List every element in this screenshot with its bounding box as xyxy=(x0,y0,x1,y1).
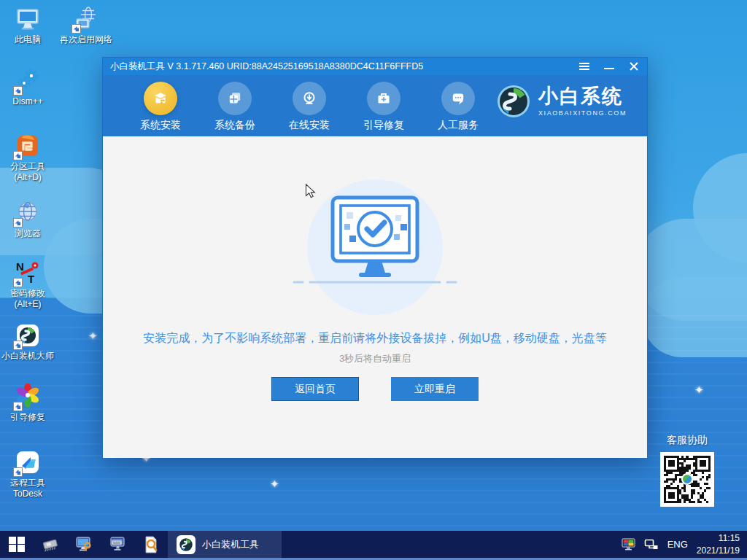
sparkle: ✦ xyxy=(694,384,704,397)
start-button[interactable] xyxy=(0,531,34,558)
backup-windows-icon xyxy=(224,88,246,109)
clock-time: 11:15 xyxy=(719,533,740,543)
monitor-config-icon xyxy=(74,535,93,554)
desktop-icon-boot-repair[interactable]: 引导修复 xyxy=(0,384,55,423)
desktop-icon-label: Dism++ xyxy=(12,96,42,107)
auto-restart-countdown: 3秒后将自动重启 xyxy=(339,352,411,365)
shortcut-arrow-icon xyxy=(13,151,23,160)
taskbar-item-log-viewer[interactable] xyxy=(134,531,168,558)
tab-online-install[interactable]: 在线安装 xyxy=(272,75,347,132)
taskbar: 小白装机工具 ENG 11:15 2021/11/19 xyxy=(0,531,747,560)
tab-label: 在线安装 xyxy=(289,119,330,132)
desktop-icon-partition-tool[interactable]: 分区工具 (Alt+D) xyxy=(0,133,55,183)
restart-now-button[interactable]: 立即重启 xyxy=(391,377,479,401)
this-pc-icon xyxy=(15,6,41,32)
tab-system-install[interactable]: 系统安装 xyxy=(123,75,198,132)
service-chat-icon xyxy=(447,88,469,109)
support-panel: 客服协助 xyxy=(659,434,715,507)
xiaobai-task-icon xyxy=(177,535,196,554)
repair-toolbox-icon xyxy=(373,88,395,109)
clock-date: 2021/11/19 xyxy=(697,545,740,556)
display-color-tray-icon[interactable] xyxy=(622,538,635,551)
keyboard-monitor-icon xyxy=(108,535,127,554)
tab-label: 引导修复 xyxy=(363,119,404,132)
close-icon[interactable] xyxy=(628,61,640,71)
desktop-icon-browser[interactable]: 浏览器 xyxy=(0,200,55,239)
desktop-icon-label: 小白装机大师 xyxy=(1,351,54,362)
desktop-icon-dism[interactable]: Dism++ xyxy=(0,68,55,107)
tab-label: 系统备份 xyxy=(214,119,255,132)
desktop-icon-label: 分区工具 (Alt+D) xyxy=(10,161,45,183)
tab-label: 系统安装 xyxy=(140,119,181,132)
sparkle: ✦ xyxy=(270,478,279,491)
desktop-icon-xiaobai-master[interactable]: 小白装机大师 xyxy=(0,322,58,362)
shortcut-arrow-icon xyxy=(13,86,23,96)
taskbar-item-osk[interactable] xyxy=(101,531,134,558)
svg-text:N: N xyxy=(16,260,24,273)
svg-text:T: T xyxy=(28,273,34,285)
shortcut-arrow-icon xyxy=(13,278,23,287)
network-tray-icon[interactable] xyxy=(644,539,659,551)
tab-label: 人工服务 xyxy=(438,119,479,132)
completion-message: 安装完成，为了不影响系统部署，重启前请将外接设备拔掉，例如U盘，移动硬盘，光盘等 xyxy=(143,331,607,346)
taskbar-clock[interactable]: 11:15 2021/11/19 xyxy=(697,532,740,556)
window-navbar: 系统安装 系统备份 在线安装 引导修复 xyxy=(103,75,647,136)
brand-domain: XIAOBAIXITONG.COM xyxy=(538,109,627,117)
menu-icon[interactable] xyxy=(578,61,590,71)
windows-logo-icon xyxy=(9,537,25,553)
shortcut-arrow-icon xyxy=(13,218,23,228)
memory-chip-icon xyxy=(41,535,60,554)
window-title: 小白装机工具 V 3.1.717.460 URID:88A24525169518… xyxy=(110,61,423,73)
monitor-check-illustration xyxy=(291,174,459,324)
desktop-icon-label: 引导修复 xyxy=(10,412,45,423)
taskbar-active-task[interactable]: 小白装机工具 xyxy=(168,531,282,558)
brand-name: 小白系统 xyxy=(538,86,627,108)
shortcut-arrow-icon xyxy=(13,341,23,350)
back-home-button[interactable]: 返回首页 xyxy=(271,377,359,401)
desktop-icon-label: 浏览器 xyxy=(15,228,41,239)
taskbar-item-display-tool[interactable] xyxy=(67,531,101,558)
desktop-icon-enable-network[interactable]: 再次启用网络 xyxy=(51,6,121,45)
shortcut-arrow-icon xyxy=(13,467,23,477)
language-indicator[interactable]: ENG xyxy=(667,539,688,550)
desktop-icon-password-reset[interactable]: N T 密码修改 (Alt+E) xyxy=(0,260,55,310)
shortcut-arrow-icon xyxy=(13,402,23,411)
search-document-icon xyxy=(142,535,160,554)
install-box-icon xyxy=(150,88,171,109)
xiaobai-logo-icon xyxy=(496,84,531,119)
support-label: 客服协助 xyxy=(667,434,708,447)
desktop-icon-label: 此电脑 xyxy=(15,34,41,45)
desktop-icon-todesk[interactable]: 远程工具 ToDesk xyxy=(0,449,55,499)
desktop-icon-label: 远程工具 ToDesk xyxy=(10,478,45,499)
desktop-icon-label: 密码修改 (Alt+E) xyxy=(10,288,45,310)
shortcut-arrow-icon xyxy=(71,24,81,34)
qr-code xyxy=(660,452,715,507)
active-task-label: 小白装机工具 xyxy=(202,538,259,551)
desktop-icon-this-pc[interactable]: 此电脑 xyxy=(0,6,55,45)
desktop-icon-label: 再次启用网络 xyxy=(60,34,112,45)
tab-system-backup[interactable]: 系统备份 xyxy=(198,75,272,132)
sparkle: ✦ xyxy=(88,330,98,343)
app-window: 小白装机工具 V 3.1.717.460 URID:88A24525169518… xyxy=(102,57,648,457)
window-titlebar: 小白装机工具 V 3.1.717.460 URID:88A24525169518… xyxy=(103,58,647,75)
tab-boot-repair[interactable]: 引导修复 xyxy=(347,75,421,132)
taskbar-item-memory-tool[interactable] xyxy=(34,531,67,558)
system-tray: ENG 11:15 2021/11/19 xyxy=(622,531,747,558)
online-download-icon xyxy=(298,88,320,109)
minimize-icon[interactable] xyxy=(603,61,615,71)
brand-logo: 小白系统 XIAOBAIXITONG.COM xyxy=(496,75,630,119)
tab-human-service[interactable]: 人工服务 xyxy=(421,75,495,132)
window-content: 安装完成，为了不影响系统部署，重启前请将外接设备拔掉，例如U盘，移动硬盘，光盘等… xyxy=(103,136,647,458)
